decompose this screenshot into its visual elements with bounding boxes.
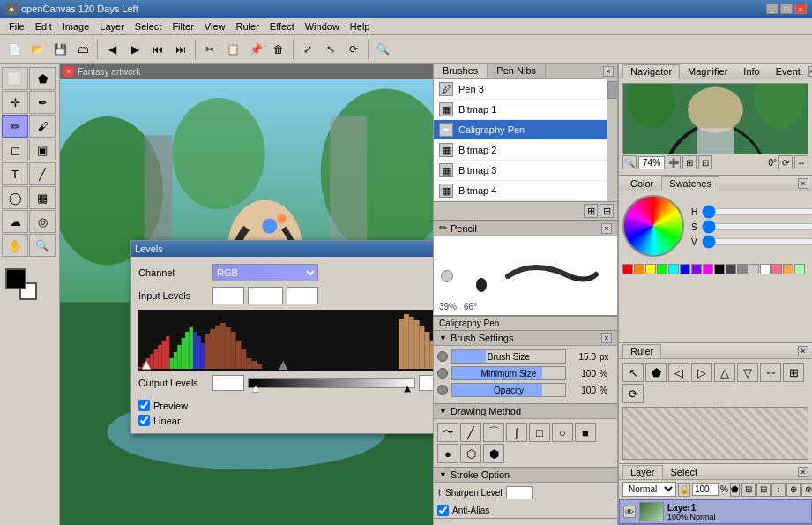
linear-checkbox[interactable] xyxy=(138,415,150,426)
draw-btn-line[interactable]: ╱ xyxy=(460,423,481,442)
draw-btn-curve2[interactable]: ∫ xyxy=(506,423,527,442)
draw-btn-circle[interactable]: ○ xyxy=(552,423,573,442)
swatch-blue[interactable] xyxy=(680,264,690,274)
swatch-magenta[interactable] xyxy=(703,264,713,274)
input-max[interactable]: 255 xyxy=(287,287,318,304)
swatch-black[interactable] xyxy=(714,264,725,274)
transform-button[interactable]: ⟳ xyxy=(343,39,364,60)
menu-effect[interactable]: Effect xyxy=(264,19,300,34)
menu-file[interactable]: File xyxy=(4,19,30,34)
layer-btn-c[interactable]: ↕ xyxy=(771,483,786,497)
event-tab[interactable]: Event xyxy=(768,64,808,79)
min-size-bar[interactable]: Minimum Size xyxy=(451,366,566,380)
pencil-close[interactable]: × xyxy=(601,223,612,234)
brush-item-bitmap3[interactable]: ▦ Bitmap 3 xyxy=(434,161,607,181)
swatch-lightgreen[interactable] xyxy=(794,264,805,274)
swatch-pink[interactable] xyxy=(771,264,782,274)
stroke-option-header[interactable]: ▼ Stroke Option xyxy=(434,468,617,483)
input-mid[interactable]: 1.00 xyxy=(248,287,283,304)
undo-button[interactable]: ◀ xyxy=(101,39,123,60)
swatches-tab[interactable]: Swatches xyxy=(661,176,719,191)
swatch-cyan[interactable] xyxy=(668,264,679,274)
layer-btn-b[interactable]: ⊟ xyxy=(756,483,771,497)
input-min[interactable]: 0 xyxy=(212,287,244,304)
sharpen-value[interactable]: 0 xyxy=(506,486,533,499)
pen-nibs-tab[interactable]: Pen Nibs xyxy=(488,64,546,78)
cut-button[interactable]: ✂ xyxy=(199,39,220,60)
layer-btn-d[interactable]: ⊕ xyxy=(786,483,801,497)
opacity-dot[interactable] xyxy=(437,385,448,395)
select-tool[interactable]: ⬜ xyxy=(2,67,28,90)
ruler-btn-9[interactable]: ⟳ xyxy=(622,384,644,403)
nav-zoom-actual-button[interactable]: ⊡ xyxy=(698,155,712,169)
swatch-peach[interactable] xyxy=(783,264,793,274)
ruler-close[interactable]: × xyxy=(798,346,808,356)
nav-flip-button[interactable]: ↔ xyxy=(794,155,808,169)
step-back-button[interactable]: ⏮ xyxy=(147,39,168,60)
brushes-tab[interactable]: Brushes xyxy=(434,64,488,78)
color-wheel[interactable] xyxy=(622,195,684,257)
ruler-btn-7[interactable]: ⊹ xyxy=(760,363,781,382)
swatch-purple[interactable] xyxy=(691,264,702,274)
menu-select[interactable]: Select xyxy=(130,19,168,34)
brush-item-pen3[interactable]: 🖊 Pen 3 xyxy=(434,79,607,100)
brush-tool[interactable]: 🖌 xyxy=(29,115,56,138)
swatch-red[interactable] xyxy=(622,264,633,274)
move-button[interactable]: ⤢ xyxy=(297,39,318,60)
new-button[interactable]: 📄 xyxy=(4,39,25,60)
channel-select[interactable]: RGB Red Green Blue xyxy=(212,264,318,281)
maximize-button[interactable]: □ xyxy=(780,4,793,14)
blend-mode-select[interactable]: Normal Multiply Screen Overlay xyxy=(622,482,676,497)
brush-size-bar[interactable]: Brush Size xyxy=(451,349,566,364)
ruler-btn-2[interactable]: ⬟ xyxy=(645,363,667,382)
info-tab[interactable]: Info xyxy=(735,64,767,79)
step-forward-button[interactable]: ⏭ xyxy=(170,39,191,60)
open-button[interactable]: 📂 xyxy=(26,39,48,60)
output-slider-min[interactable] xyxy=(252,386,259,393)
layer-option-button[interactable]: ⬟ xyxy=(730,483,740,497)
brush-settings-close[interactable]: × xyxy=(601,333,612,343)
nav-zoom-in-button[interactable]: ➕ xyxy=(667,155,681,169)
fill-tool[interactable]: ▣ xyxy=(29,139,56,161)
layer-vis-button[interactable]: 👁 xyxy=(623,506,636,518)
minimize-button[interactable]: _ xyxy=(766,4,778,14)
drawing-method-header[interactable]: ▼ Drawing Method xyxy=(434,404,617,419)
draw-btn-freehand[interactable]: 〜 xyxy=(437,423,458,442)
magnifier-tab[interactable]: Magnifier xyxy=(680,64,735,79)
eyedropper-tool[interactable]: ✒ xyxy=(29,91,56,114)
copy-button[interactable]: 📋 xyxy=(222,39,243,60)
sat-slider[interactable] xyxy=(702,222,812,231)
swatch-green[interactable] xyxy=(657,264,667,274)
ruler-btn-3[interactable]: ◁ xyxy=(668,363,689,382)
menu-ruler[interactable]: Ruler xyxy=(231,19,264,34)
canvas-close-button[interactable]: × xyxy=(63,66,74,77)
color-tab[interactable]: Color xyxy=(622,176,661,191)
shape-tool[interactable]: ◯ xyxy=(2,186,28,209)
swatch-yellow[interactable] xyxy=(645,264,656,274)
brushes-close-button[interactable]: × xyxy=(603,66,614,77)
output-slider[interactable] xyxy=(248,378,415,388)
scroll-thumb[interactable] xyxy=(607,81,618,99)
swatch-orange[interactable] xyxy=(634,264,644,274)
layer-btn-e[interactable]: ⊗ xyxy=(801,483,812,497)
zoom-level-button[interactable]: 🔍 xyxy=(372,39,393,60)
draw-btn-rect[interactable]: □ xyxy=(529,423,550,442)
swatch-darkgray[interactable] xyxy=(726,264,736,274)
opacity-bar[interactable]: Opacity xyxy=(451,383,566,397)
color-close[interactable]: × xyxy=(798,178,808,189)
layer-lock-button[interactable]: 🔒 xyxy=(678,483,690,497)
menu-view[interactable]: View xyxy=(199,19,231,34)
nav-zoom-fit-button[interactable]: ⊞ xyxy=(682,155,697,169)
menu-layer[interactable]: Layer xyxy=(94,19,130,34)
nav-zoom-out-button[interactable]: 🔍 xyxy=(622,155,637,169)
brush-delete-button[interactable]: ⊟ xyxy=(600,204,614,218)
layer-close[interactable]: × xyxy=(798,467,808,477)
draw-btn-custom1[interactable]: ⬡ xyxy=(460,444,481,463)
layer-row-1[interactable]: 👁 Layer1 100% Normal xyxy=(619,499,812,524)
swatch-white[interactable] xyxy=(760,264,771,274)
close-button[interactable]: × xyxy=(794,4,807,14)
draw-btn-custom2[interactable]: ⬢ xyxy=(483,444,504,463)
save-all-button[interactable]: 🗃 xyxy=(72,39,93,60)
ruler-tab[interactable]: Ruler xyxy=(622,344,661,358)
blur-tool[interactable]: ◎ xyxy=(29,210,56,233)
